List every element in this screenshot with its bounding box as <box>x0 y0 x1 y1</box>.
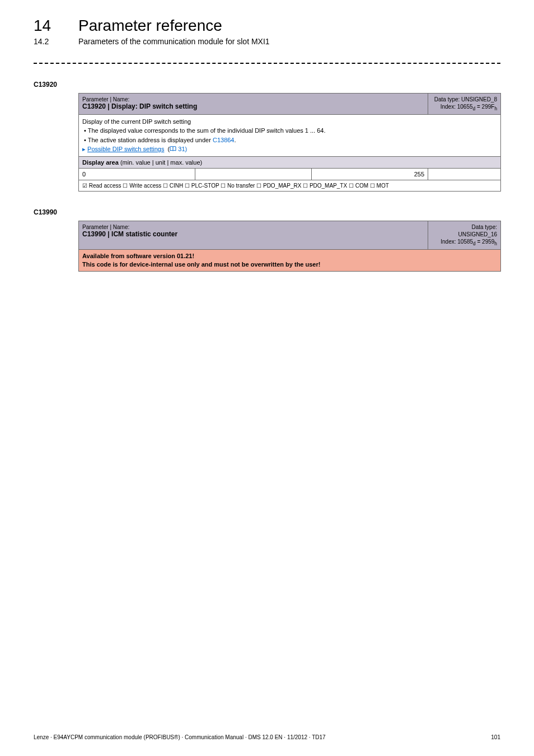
param-data-type: Data type: UNSIGNED_8 <box>434 96 497 102</box>
param-desc-line1: Display of the current DIP switch settin… <box>82 118 191 125</box>
param-link-paren: ( 31) <box>166 146 187 152</box>
param-index: Index: 10655d = 299Fh <box>441 104 497 110</box>
param-desc-bullet2-prefix: The active station address is displayed … <box>88 137 213 143</box>
display-max: 255 <box>312 168 428 180</box>
param-name-label: Parameter | Name: <box>82 96 129 102</box>
chapter-number: 14 <box>34 17 62 35</box>
param-desc-bullet2-suffix: . <box>235 137 236 143</box>
display-area-label: Display area (min. value | unit | max. v… <box>82 159 202 166</box>
param-link-page: 31) <box>176 146 187 152</box>
param-table-c13920: Parameter | Name: C13920 | Display: DIP … <box>78 93 501 192</box>
display-empty <box>428 168 501 180</box>
display-area-row: 0 255 <box>79 168 501 180</box>
book-icon <box>170 146 176 152</box>
param2-name-label: Parameter | Name: <box>82 224 129 230</box>
param2-warn-line1: Available from software version 01.21! <box>82 253 194 259</box>
section-title: Parameters of the communication module f… <box>78 37 270 46</box>
param2-warn-line2: This code is for device-internal use onl… <box>82 261 320 268</box>
param-link-caret: ▸ <box>82 146 87 152</box>
display-min: 0 <box>79 168 195 180</box>
access-flags: ☑ Read access ☐ Write access ☐ CINH ☐ PL… <box>79 180 501 191</box>
footer-page-number: 101 <box>491 734 500 740</box>
param-desc-bullet2-link[interactable]: C13864 <box>213 137 235 143</box>
separator <box>34 63 500 64</box>
param2-data-type: Data type: UNSIGNED_16 <box>458 224 497 237</box>
footer-left: Lenze · E94AYCPM communication module (P… <box>34 734 326 740</box>
param-possible-link[interactable]: Possible DIP switch settings <box>87 146 164 152</box>
param-desc-bullet1: The displayed value corresponds to the s… <box>88 127 326 134</box>
param-code-heading: C13920 <box>34 81 500 88</box>
param2-index: Index: 10585d = 2959h <box>441 239 497 245</box>
param-name-value: C13920 | Display: DIP switch setting <box>82 102 197 110</box>
param2-name-value: C13990 | ICM statistic counter <box>82 230 177 238</box>
section-number: 14.2 <box>34 37 62 46</box>
param-table-c13990: Parameter | Name: C13990 | ICM statistic… <box>78 221 501 272</box>
chapter-title: Parameter reference <box>78 17 222 35</box>
param-code-heading-2: C13990 <box>34 208 500 216</box>
display-unit <box>195 168 312 180</box>
